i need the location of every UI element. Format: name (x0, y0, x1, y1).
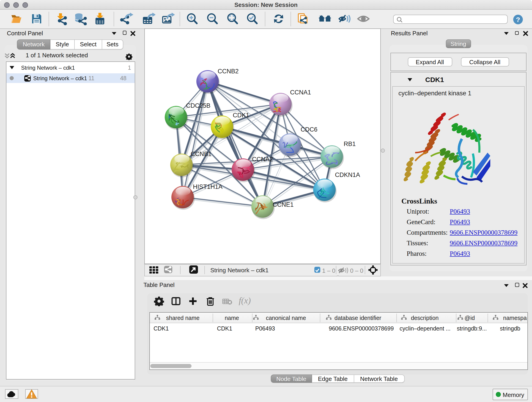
svg-text:HIST1H1A: HIST1H1A (193, 183, 222, 190)
svg-text:CDC6: CDC6 (301, 126, 317, 133)
svg-text:CCNB1: CCNB1 (191, 150, 212, 157)
svg-text:CCNA1: CCNA1 (290, 89, 311, 96)
svg-text:CCNE1: CCNE1 (273, 201, 294, 208)
svg-text:RB1: RB1 (344, 140, 356, 147)
svg-text:CCNA2: CCNA2 (252, 156, 273, 162)
svg-text:CCNB2: CCNB2 (218, 68, 239, 75)
svg-text:CDC25B: CDC25B (186, 102, 210, 109)
svg-text:CDKN1A: CDKN1A (335, 171, 360, 178)
svg-text:CDK1: CDK1 (233, 112, 249, 119)
